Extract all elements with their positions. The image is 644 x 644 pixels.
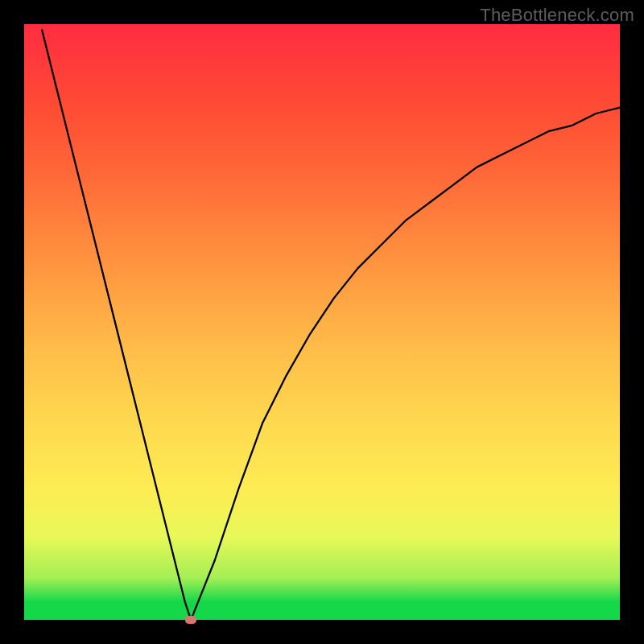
bottleneck-curve	[24, 24, 620, 620]
plot-area	[24, 24, 620, 620]
watermark-text: TheBottleneck.com	[480, 5, 634, 26]
chart-frame: TheBottleneck.com	[0, 0, 644, 644]
minimum-marker	[185, 616, 196, 624]
